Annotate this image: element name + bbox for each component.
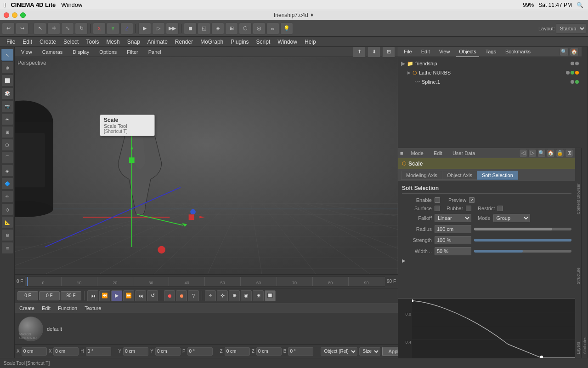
- box-tool[interactable]: ⬜: [1, 75, 13, 86]
- z-axis-button[interactable]: Z: [120, 23, 133, 34]
- next-frame-button[interactable]: ⏩: [123, 290, 134, 301]
- width-slider[interactable]: [474, 250, 571, 253]
- mat-tab-texture[interactable]: Texture: [83, 305, 103, 312]
- subtab-soft-selection[interactable]: Soft Selection: [477, 171, 518, 180]
- y-axis-button[interactable]: Y: [107, 23, 119, 34]
- selection-tool[interactable]: ↖: [1, 49, 13, 61]
- menu-tools[interactable]: Tools: [82, 38, 102, 46]
- pos-y-input[interactable]: [123, 347, 148, 356]
- size-x-input[interactable]: [53, 347, 79, 356]
- mode-select[interactable]: Group: [493, 214, 530, 222]
- frame-current-input[interactable]: [39, 291, 60, 300]
- objmgr-search-btn[interactable]: 🔍: [560, 48, 569, 56]
- maximize-button[interactable]: [20, 12, 26, 18]
- falloff-graph[interactable]: 0.8 0.4: [398, 298, 575, 358]
- vp-tab-panel[interactable]: Panel: [145, 48, 165, 56]
- render-settings-button[interactable]: ▶▶: [166, 23, 179, 34]
- motion4-button[interactable]: ◉: [241, 290, 252, 301]
- strength-input[interactable]: [435, 236, 471, 244]
- mat-tab-edit[interactable]: Edit: [40, 305, 52, 312]
- vp-tab-filter[interactable]: Filter: [123, 48, 141, 56]
- viewport-3d[interactable]: Perspective: [15, 57, 398, 274]
- vp-fullscreen-btn[interactable]: ⊞: [382, 47, 395, 58]
- spline-dot-1[interactable]: [571, 80, 574, 84]
- window-menu[interactable]: Window: [61, 1, 82, 8]
- move-tool-button[interactable]: ✛: [47, 23, 60, 34]
- obj-row-spline1[interactable]: 〰 Spline.1: [398, 77, 582, 86]
- width-input[interactable]: [435, 247, 471, 255]
- frame-start-input[interactable]: [17, 291, 38, 300]
- record-help-button[interactable]: ?: [188, 290, 199, 301]
- camera-btn[interactable]: ◱: [198, 23, 210, 34]
- menu-animate[interactable]: Animate: [144, 38, 171, 46]
- timeline-playhead[interactable]: [27, 277, 28, 286]
- menu-render[interactable]: Render: [171, 38, 197, 46]
- objmgr-tab-tags[interactable]: Tags: [483, 47, 499, 57]
- attr-search-btn[interactable]: 🔍: [537, 149, 546, 157]
- record-obj-button[interactable]: ⏺: [176, 290, 187, 301]
- layout-select[interactable]: Startup: [556, 23, 586, 34]
- menu-select[interactable]: Select: [60, 38, 82, 46]
- x-axis-button[interactable]: X: [93, 23, 106, 34]
- objmgr-tab-bookmarks[interactable]: Bookmarks: [503, 47, 533, 57]
- close-button[interactable]: [4, 12, 9, 18]
- rotate-tool-button[interactable]: ↻: [75, 23, 88, 34]
- loop-button[interactable]: ↺: [147, 290, 158, 301]
- app-name-menu[interactable]: CINEMA 4D Lite: [11, 1, 56, 8]
- objmgr-tab-edit[interactable]: Edit: [418, 47, 433, 57]
- cube-tool[interactable]: 🎲: [1, 87, 13, 99]
- vp-tab-display[interactable]: Display: [69, 48, 93, 56]
- play-button[interactable]: ▶: [111, 290, 122, 301]
- surface-checkbox[interactable]: [435, 206, 440, 211]
- menu-file[interactable]: File: [3, 38, 19, 46]
- spline-dot-2[interactable]: [575, 80, 579, 84]
- obj-dot-1[interactable]: [571, 62, 574, 65]
- go-end-button[interactable]: ⏭: [135, 290, 146, 301]
- objmgr-tab-file[interactable]: File: [401, 47, 415, 57]
- falloff-select[interactable]: Linear: [435, 214, 471, 222]
- deform-tool[interactable]: ≋: [1, 242, 13, 254]
- prev-frame-button[interactable]: ⏪: [99, 290, 110, 301]
- vp-tab-view[interactable]: View: [17, 48, 36, 56]
- restrict-checkbox[interactable]: [498, 206, 503, 211]
- obj-dot-2[interactable]: [575, 62, 579, 65]
- bend-tool[interactable]: ⌒: [1, 152, 13, 164]
- mat-tab-create[interactable]: Create: [17, 305, 36, 312]
- light-btn[interactable]: 💡: [280, 23, 293, 34]
- redo-button[interactable]: ↪: [16, 23, 28, 34]
- lathe-dot-3[interactable]: [575, 71, 579, 75]
- coord-system-select[interactable]: Object (Rel): [321, 347, 357, 356]
- radius-slider[interactable]: [474, 228, 571, 230]
- mat-tab-function[interactable]: Function: [56, 305, 79, 312]
- lathe-dot-1[interactable]: [566, 71, 570, 75]
- obj-row-friendship[interactable]: ▶ 📁 friendship: [398, 59, 582, 68]
- viewport-shade-btn[interactable]: 🔲: [265, 290, 276, 301]
- select-tool-button[interactable]: ↖: [34, 23, 46, 34]
- subtab-modeling-axis[interactable]: Modeling Axis: [401, 171, 442, 180]
- attr-tab-mode[interactable]: Mode: [407, 149, 428, 157]
- menu-script[interactable]: Script: [253, 38, 274, 46]
- minimize-button[interactable]: [12, 12, 17, 18]
- objmgr-config-btn[interactable]: 🏠: [570, 48, 579, 56]
- checker-tool[interactable]: ⊞: [1, 126, 13, 138]
- menu-mograph[interactable]: MoGraph: [197, 38, 227, 46]
- motion5-button[interactable]: ⊞: [253, 290, 264, 301]
- h-input[interactable]: [86, 347, 111, 356]
- menu-help[interactable]: Help: [301, 38, 320, 46]
- vp-tab-cameras[interactable]: Cameras: [39, 48, 67, 56]
- vp-expand-btn[interactable]: ⬆: [353, 47, 366, 58]
- motion3-button[interactable]: ⊕: [229, 290, 240, 301]
- size-z-input[interactable]: [256, 347, 282, 356]
- attr-tab-edit[interactable]: Edit: [430, 149, 447, 157]
- undo-button[interactable]: ↩: [2, 23, 15, 34]
- render-region-button[interactable]: ▷: [152, 23, 165, 34]
- grid-btn[interactable]: ⊞: [225, 23, 238, 34]
- search-icon[interactable]: 🔍: [577, 2, 583, 8]
- material-tool[interactable]: ⬡: [1, 139, 13, 151]
- strength-slider[interactable]: [474, 239, 571, 242]
- window-controls[interactable]: [4, 12, 26, 18]
- menu-window[interactable]: Window: [274, 38, 301, 46]
- render-button[interactable]: ▶: [138, 23, 151, 34]
- perspective-btn[interactable]: ◼: [184, 23, 197, 34]
- attr-fwd-btn[interactable]: ▷: [528, 149, 537, 157]
